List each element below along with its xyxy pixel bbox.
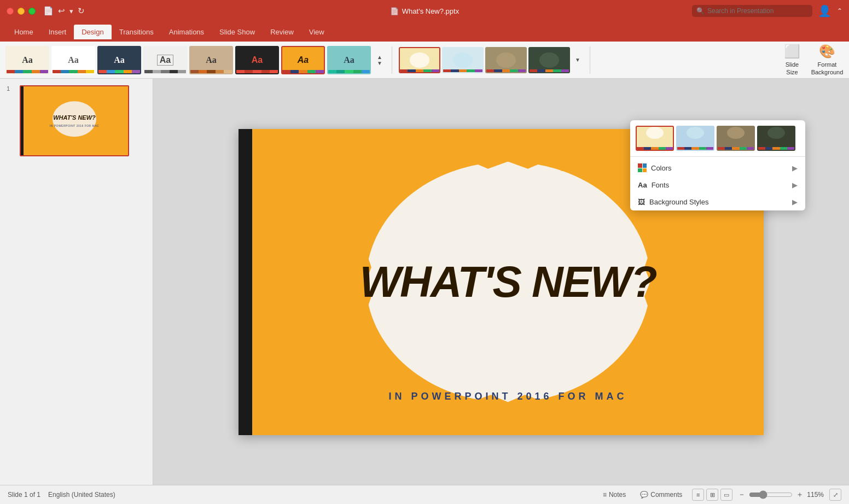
theme-5[interactable]: Aa bbox=[189, 46, 233, 74]
zoom-slider[interactable] bbox=[749, 490, 793, 499]
slide-subtitle: IN POWERPOINT 2016 FOR MAC bbox=[388, 391, 627, 402]
comments-label: Comments bbox=[650, 491, 682, 499]
language-info: English (United States) bbox=[48, 491, 115, 499]
ribbon-right-tools: ⬜ SlideSize 🎨 Format Background bbox=[776, 45, 844, 75]
save-icon[interactable]: 📄 bbox=[43, 6, 54, 16]
slide-title: WHAT'S NEW? bbox=[317, 260, 700, 304]
title-bar-right: 🔍 👤 ⌃ bbox=[692, 4, 842, 17]
undo-dropdown-icon[interactable]: ▾ bbox=[69, 7, 73, 15]
ribbon-content: Aa Aa Aa Aa Aa Aa Aa bbox=[0, 42, 849, 79]
format-background-button[interactable]: 🎨 Format Background bbox=[811, 45, 844, 75]
dropdown-variant-3[interactable] bbox=[717, 126, 755, 151]
colors-icon bbox=[638, 163, 647, 172]
minimize-button[interactable] bbox=[18, 8, 25, 15]
tab-view[interactable]: View bbox=[301, 25, 332, 39]
slide-item-1[interactable]: 1 WHAT'S NEW? IN POWERPOINT 2016 FOR MAC bbox=[4, 83, 148, 159]
zoom-out-button[interactable]: － bbox=[738, 490, 746, 500]
dropdown-fonts[interactable]: Aa Fonts ▶ bbox=[630, 177, 805, 194]
dropdown-background-styles[interactable]: 🖼 Background Styles ▶ bbox=[630, 194, 805, 210]
themes-scroll: Aa Aa Aa Aa Aa Aa Aa bbox=[5, 46, 371, 74]
account-icon[interactable]: 👤 bbox=[818, 4, 831, 17]
comments-button[interactable]: 💬 Comments bbox=[636, 489, 687, 500]
tab-slideshow[interactable]: Slide Show bbox=[212, 25, 263, 39]
status-bar: Slide 1 of 1 English (United States) ≡ N… bbox=[0, 485, 849, 504]
theme-1[interactable]: Aa bbox=[5, 46, 49, 74]
tab-animations[interactable]: Animations bbox=[161, 25, 212, 39]
variant-cloud-2 bbox=[453, 52, 473, 68]
window-title: 📄 What's New?.pptx bbox=[390, 7, 459, 15]
variant-4[interactable] bbox=[528, 47, 570, 73]
dropdown-variants bbox=[630, 120, 805, 154]
zoom-in-button[interactable]: ＋ bbox=[796, 490, 804, 500]
zoom-control: － ＋ 115% bbox=[738, 490, 824, 500]
theme-7-active[interactable]: Aa bbox=[281, 46, 325, 74]
editor-area[interactable]: WHAT'S NEW? IN POWERPOINT 2016 FOR MAC bbox=[153, 79, 849, 485]
dropdown-variant-2[interactable] bbox=[676, 126, 714, 151]
window-controls-icon[interactable]: ⌃ bbox=[837, 7, 842, 15]
slide-info: Slide 1 of 1 bbox=[8, 491, 40, 499]
slide-left-bar bbox=[239, 129, 252, 435]
slide-thumbnail-1[interactable]: WHAT'S NEW? IN POWERPOINT 2016 FOR MAC bbox=[20, 85, 129, 156]
theme-2[interactable]: Aa bbox=[51, 46, 95, 74]
tab-review[interactable]: Review bbox=[263, 25, 301, 39]
dropdown-variant-4[interactable] bbox=[757, 126, 795, 151]
title-bar: 📄 ↩ ▾ ↻ 📄 What's New?.pptx 🔍 👤 ⌃ bbox=[0, 0, 849, 22]
search-icon: 🔍 bbox=[696, 7, 705, 15]
fonts-icon: Aa bbox=[638, 181, 647, 189]
undo-icon[interactable]: ↩ bbox=[58, 6, 65, 16]
ribbon-tabs: Home Insert Design Transitions Animation… bbox=[0, 22, 849, 42]
notes-label: Notes bbox=[609, 491, 626, 499]
variant-2[interactable] bbox=[442, 47, 484, 73]
tab-home[interactable]: Home bbox=[7, 25, 41, 39]
format-background-icon: 🎨 bbox=[819, 44, 835, 59]
variant-1[interactable] bbox=[399, 47, 440, 73]
dropdown-menu: Colors ▶ Aa Fonts ▶ 🖼 Background Styles … bbox=[630, 120, 805, 210]
variant-cloud-1 bbox=[410, 52, 429, 68]
variant-3[interactable] bbox=[485, 47, 527, 73]
variant-cloud-3 bbox=[496, 52, 516, 68]
notes-icon: ≡ bbox=[603, 491, 607, 499]
notes-button[interactable]: ≡ Notes bbox=[598, 489, 630, 500]
view-icons: ≡ ⊞ ▭ bbox=[692, 489, 732, 501]
close-button[interactable] bbox=[7, 8, 14, 15]
traffic-lights bbox=[7, 8, 36, 15]
format-background-label: Format Background bbox=[811, 61, 844, 75]
dropdown-variant-1[interactable] bbox=[636, 126, 674, 151]
redo-icon[interactable]: ↻ bbox=[78, 6, 85, 16]
thumb-slide-content: WHAT'S NEW? IN POWERPOINT 2016 FOR MAC bbox=[21, 86, 128, 155]
dropdown-colors[interactable]: Colors ▶ bbox=[630, 159, 805, 177]
fonts-submenu-arrow: ▶ bbox=[792, 181, 798, 189]
themes-scroll-arrow[interactable]: ▲ ▼ bbox=[374, 54, 385, 66]
maximize-button[interactable] bbox=[28, 8, 36, 15]
tab-transitions[interactable]: Transitions bbox=[112, 25, 161, 39]
tab-design[interactable]: Design bbox=[74, 25, 111, 39]
theme-4[interactable]: Aa bbox=[143, 46, 187, 74]
slide-sorter-icon[interactable]: ⊞ bbox=[706, 489, 718, 501]
main-area: 1 WHAT'S NEW? IN POWERPOINT 2016 FOR MAC bbox=[0, 79, 849, 485]
slide-size-icon: ⬜ bbox=[784, 44, 800, 59]
theme-3[interactable]: Aa bbox=[97, 46, 141, 74]
theme-8[interactable]: Aa bbox=[327, 46, 371, 74]
slide-size-button[interactable]: ⬜ SlideSize bbox=[776, 45, 809, 75]
dropdown-separator-1 bbox=[630, 156, 805, 157]
tab-insert[interactable]: Insert bbox=[41, 25, 74, 39]
thumb-left-bar bbox=[21, 86, 24, 155]
slide-panel: 1 WHAT'S NEW? IN POWERPOINT 2016 FOR MAC bbox=[0, 79, 153, 485]
search-container[interactable]: 🔍 bbox=[692, 5, 812, 17]
variant-thumbnails bbox=[399, 47, 570, 73]
zoom-level: 115% bbox=[807, 491, 824, 499]
theme-6[interactable]: Aa bbox=[235, 46, 279, 74]
background-styles-arrow: ▶ bbox=[792, 198, 798, 206]
search-input[interactable] bbox=[707, 7, 808, 15]
variants-more-arrow[interactable]: ▼ bbox=[572, 57, 583, 63]
variant-cloud-4 bbox=[539, 52, 559, 68]
normal-view-icon[interactable]: ≡ bbox=[692, 489, 704, 501]
fit-window-icon[interactable]: ⤢ bbox=[829, 489, 841, 501]
ribbon-divider-2 bbox=[590, 46, 590, 74]
colors-submenu-arrow: ▶ bbox=[792, 164, 798, 172]
comments-icon: 💬 bbox=[640, 491, 648, 499]
status-left: Slide 1 of 1 English (United States) bbox=[8, 491, 115, 499]
reading-view-icon[interactable]: ▭ bbox=[720, 489, 732, 501]
background-styles-icon: 🖼 bbox=[638, 198, 645, 206]
ribbon-divider-1 bbox=[392, 46, 392, 74]
